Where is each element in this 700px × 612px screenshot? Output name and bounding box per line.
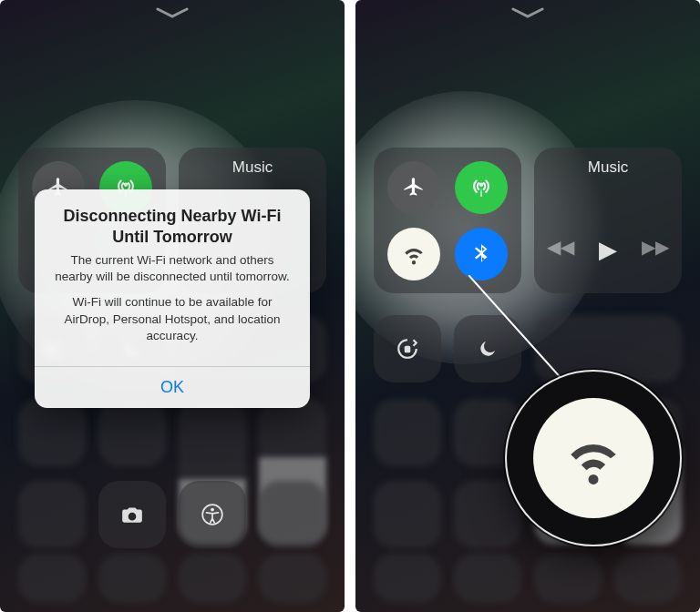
rotation-lock-button[interactable]	[374, 315, 441, 382]
camera-icon	[120, 503, 144, 526]
screenshot-comparison: Music	[0, 0, 700, 612]
extra-tile-3[interactable]	[374, 554, 441, 603]
extra-tile-3[interactable]	[98, 554, 166, 603]
media-controls: ◀◀ ▶ ▶▶	[534, 236, 682, 264]
app-row-3	[374, 554, 682, 603]
bluetooth-icon	[469, 242, 493, 266]
alert-ok-button[interactable]: OK	[35, 367, 310, 408]
alert-title: Disconnecting Nearby Wi-Fi Until Tomorro…	[51, 206, 293, 247]
control-center-left: Music	[0, 0, 345, 612]
cellular-data-button[interactable]	[455, 161, 508, 214]
rotation-lock-icon	[396, 337, 419, 361]
dnd-button[interactable]	[454, 315, 521, 382]
airplane-icon	[402, 176, 426, 199]
control-center-right: Music ◀◀ ▶ ▶▶	[355, 0, 700, 612]
extra-tile-1[interactable]	[259, 481, 326, 548]
flashlight-button[interactable]	[374, 399, 441, 466]
camera-button[interactable]	[98, 481, 166, 548]
accessibility-button[interactable]	[179, 481, 246, 548]
timer-button[interactable]	[98, 399, 166, 466]
antenna-icon	[469, 176, 493, 199]
extra-tile-5[interactable]	[534, 554, 602, 603]
music-label: Music	[534, 158, 682, 177]
connectivity-grid	[374, 148, 521, 293]
next-track-button[interactable]: ▶▶	[642, 236, 669, 264]
extra-tile-4[interactable]	[179, 554, 246, 603]
collapse-chevron-icon[interactable]	[156, 7, 189, 24]
app-row-3	[18, 554, 326, 603]
music-tile[interactable]: Music ◀◀ ▶ ▶▶	[534, 148, 682, 293]
collapse-chevron-icon[interactable]	[511, 7, 544, 24]
control-center-grid: Music ◀◀ ▶ ▶▶	[374, 148, 682, 293]
alert-message: The current Wi-Fi network and others nea…	[51, 252, 293, 344]
bluetooth-button[interactable]	[455, 228, 508, 280]
extra-tile-5[interactable]	[259, 554, 326, 603]
moon-icon	[477, 338, 499, 360]
connectivity-tile[interactable]	[374, 148, 521, 293]
prev-track-button[interactable]: ◀◀	[547, 236, 574, 264]
play-button[interactable]: ▶	[599, 236, 617, 264]
calculator-button[interactable]	[18, 481, 86, 548]
extra-tile-2[interactable]	[18, 554, 86, 603]
svg-point-2	[211, 508, 214, 512]
wifi-button[interactable]	[387, 228, 440, 280]
music-label: Music	[179, 158, 326, 177]
airplane-mode-button[interactable]	[387, 161, 440, 214]
accessibility-icon	[201, 503, 224, 526]
wifi-disconnect-alert: Disconnecting Nearby Wi-Fi Until Tomorro…	[35, 189, 310, 408]
wifi-zoom-inner	[533, 398, 654, 518]
wifi-icon	[402, 242, 426, 266]
app-row-2	[18, 481, 326, 548]
extra-tile-6[interactable]	[614, 554, 682, 603]
secondary-row	[374, 315, 682, 382]
flashlight-button[interactable]	[18, 399, 86, 466]
svg-rect-3	[405, 346, 411, 353]
wifi-zoom-callout	[505, 370, 682, 546]
extra-tile-4[interactable]	[454, 554, 521, 603]
extra-tile-1[interactable]	[374, 481, 441, 548]
wifi-icon	[563, 428, 623, 488]
